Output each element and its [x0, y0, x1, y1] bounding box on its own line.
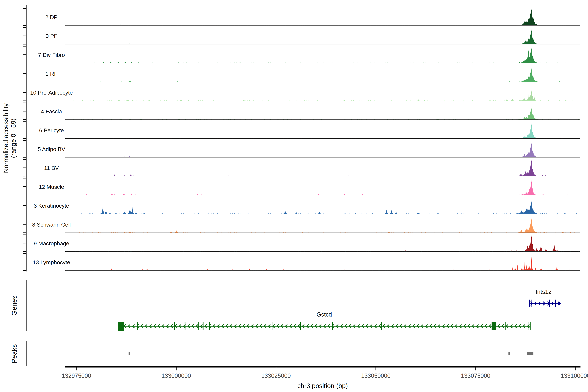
x-tick-label: 133000000	[152, 372, 201, 379]
signal-area-8-schwann-cell	[79, 218, 575, 233]
exon-bar	[531, 300, 532, 308]
coverage-plot-page: { "y_axis": { "label_line1": "Normalized…	[0, 0, 588, 392]
x-tick-label: 132975000	[52, 372, 101, 379]
signal-track	[65, 257, 580, 270]
exon-bar	[549, 300, 550, 308]
track-label-2-dp: 2 DP	[24, 14, 78, 20]
exon-bar	[137, 322, 138, 330]
signal-area-5-adipo-bv	[70, 142, 579, 157]
track-label-0-pf: 0 PF	[24, 32, 78, 39]
track-label-10-pre-adipocyte: 10 Pre-Adipocyte	[24, 89, 78, 96]
signal-track	[65, 48, 580, 63]
signal-track	[65, 68, 580, 82]
track-label-6-pericyte: 6 Pericyte	[24, 127, 78, 134]
track-label-13-lymphocyte: 13 Lymphocyte	[24, 259, 78, 266]
signal-track	[65, 123, 580, 138]
track-label-4-fascia: 4 Fascia	[24, 108, 78, 115]
signal-track	[65, 160, 580, 176]
signal-track	[65, 90, 580, 101]
track-label-1-rf: 1 RF	[24, 70, 78, 77]
x-tick-label: 133075000	[451, 372, 500, 379]
signal-area-9-macrophage	[66, 235, 579, 252]
y-axis-label-line2: (range 0 - 59)	[10, 56, 17, 220]
called-peak-box	[128, 352, 130, 355]
track-label-12-muscle: 12 Muscle	[24, 184, 78, 190]
exon-bar	[555, 300, 556, 308]
signal-track	[65, 108, 580, 120]
exon-bar	[300, 322, 301, 330]
signal-track	[65, 180, 580, 195]
exon-bar	[203, 322, 204, 330]
signal-area-6-pericyte	[66, 123, 571, 138]
gene-model-ints12	[529, 300, 561, 308]
signal-area-13-lymphocyte	[66, 257, 570, 270]
called-peak-box	[508, 352, 510, 355]
peaks-section-label: Peaks	[11, 321, 18, 386]
track-label-3-keratinocyte: 3 Keratinocyte	[24, 202, 78, 209]
x-axis-line	[65, 366, 580, 368]
exon-bar	[184, 322, 186, 330]
exon-bar	[198, 322, 199, 330]
exon-bar	[272, 322, 272, 330]
y-axis-label-line1: Normalized accessibility	[2, 56, 9, 220]
track-label-8-schwann-cell: 8 Schwann Cell	[24, 221, 78, 228]
signal-track	[65, 201, 580, 214]
signal-area-3-keratinocyte	[68, 201, 577, 214]
signal-track	[65, 235, 580, 252]
signal-area-11-bv	[70, 160, 577, 176]
signal-area-7-div-fibro	[94, 48, 566, 63]
x-axis-title: chr3 position (bp)	[274, 382, 372, 390]
signal-area-12-muscle	[66, 180, 573, 195]
track-label-11-bv: 11 BV	[24, 164, 78, 171]
called-peak-box	[527, 352, 534, 355]
signal-area-2-dp	[66, 8, 567, 25]
gene-model-gstcd	[118, 322, 530, 331]
first-exon-box	[118, 322, 124, 331]
signal-area-4-fascia	[72, 108, 579, 120]
exon-bar	[332, 322, 333, 330]
signal-area-1-rf	[66, 68, 579, 82]
x-tick-label: 133025000	[252, 372, 300, 379]
exon-bar	[381, 322, 382, 330]
exon-bar	[505, 322, 506, 330]
signal-track	[65, 8, 580, 25]
track-label-5-adipo-bv: 5 Adipo BV	[24, 146, 78, 152]
gene-name-gstcd: Gstcd	[300, 311, 349, 318]
track-label-9-macrophage: 9 Macrophage	[24, 240, 78, 247]
signal-track	[65, 142, 580, 157]
track-label-7-div-fibro: 7 Div Fibro	[24, 52, 78, 58]
exon-bar	[210, 322, 210, 330]
signal-area-10-pre-adipocyte	[70, 90, 573, 101]
x-tick-label: 133050000	[351, 372, 400, 379]
signal-track	[65, 30, 580, 44]
gene-name-ints12: Ints12	[519, 288, 568, 295]
signal-area-0-pf	[72, 30, 579, 44]
signal-track	[65, 218, 580, 233]
thick-exon	[492, 322, 496, 330]
x-tick-label: 133100000	[551, 372, 588, 379]
genome-coverage-plot	[0, 0, 588, 392]
exon-bar	[174, 322, 174, 330]
